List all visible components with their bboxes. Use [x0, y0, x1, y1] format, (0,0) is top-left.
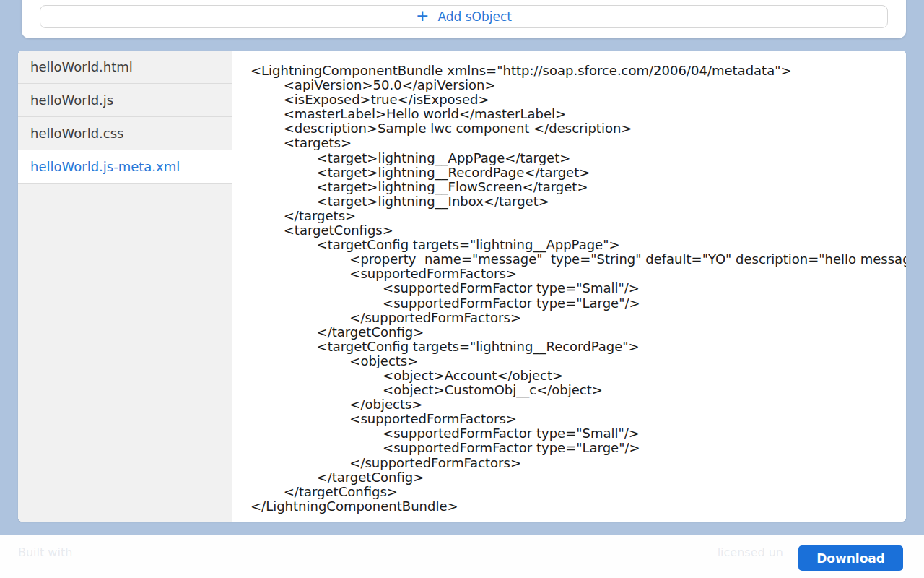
plus-icon: + [416, 8, 429, 24]
footer-bar: Built with licensed un Download [0, 535, 924, 578]
tab-helloworld-js-meta-xml[interactable]: helloWorld.js-meta.xml [18, 150, 232, 184]
xml-code-content: <LightningComponentBundle xmlns="http://… [232, 51, 906, 514]
add-sobject-label: Add sObject [437, 9, 512, 24]
add-sobject-card: + Add sObject [22, 0, 906, 38]
tab-helloworld-html[interactable]: helloWorld.html [18, 51, 232, 84]
add-sobject-button[interactable]: + Add sObject [40, 5, 888, 28]
built-with-watermark: Built with [18, 545, 72, 559]
download-button[interactable]: Download [798, 545, 903, 571]
component-bundle-panel: helloWorld.html helloWorld.js helloWorld… [18, 51, 906, 522]
licensed-watermark: licensed un [718, 545, 783, 559]
code-viewer: <LightningComponentBundle xmlns="http://… [232, 51, 906, 522]
file-tabs-sidebar: helloWorld.html helloWorld.js helloWorld… [18, 51, 232, 522]
tab-helloworld-js[interactable]: helloWorld.js [18, 84, 232, 117]
sidebar-filler [18, 184, 232, 522]
tab-helloworld-css[interactable]: helloWorld.css [18, 117, 232, 150]
